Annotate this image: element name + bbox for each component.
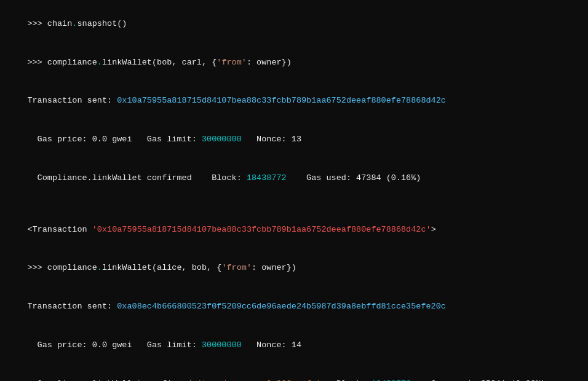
line-gas-1: Gas price: 0.0 gwei Gas limit: 30000000 … — [7, 120, 581, 159]
line-compliance-link-alice-bob: >>> compliance.linkWallet(alice, bob, {'… — [7, 249, 581, 288]
line-tx-sent-1: Transaction sent: 0x10a75955a818715d8410… — [7, 82, 581, 121]
line-compliance-link-bob-carl: >>> compliance.linkWallet(bob, carl, {'f… — [7, 44, 581, 82]
line-chain-snapshot: >>> chain.snapshot() — [7, 5, 581, 44]
line-confirmed-typed-error: Compliance.linkWallet confirmed (typed e… — [7, 365, 581, 381]
line-confirmed-1: Compliance.linkWallet confirmed Block: 1… — [7, 159, 581, 198]
line-tx-tag-1: <Transaction '0x10a75955a818715d84107bea… — [7, 211, 581, 249]
line-gas-2: Gas price: 0.0 gwei Gas limit: 30000000 … — [7, 326, 581, 365]
blank-1 — [7, 198, 581, 211]
terminal: >>> chain.snapshot() >>> compliance.link… — [7, 5, 581, 381]
line-tx-sent-2: Transaction sent: 0xa08ec4b666800523f0f5… — [7, 288, 581, 326]
